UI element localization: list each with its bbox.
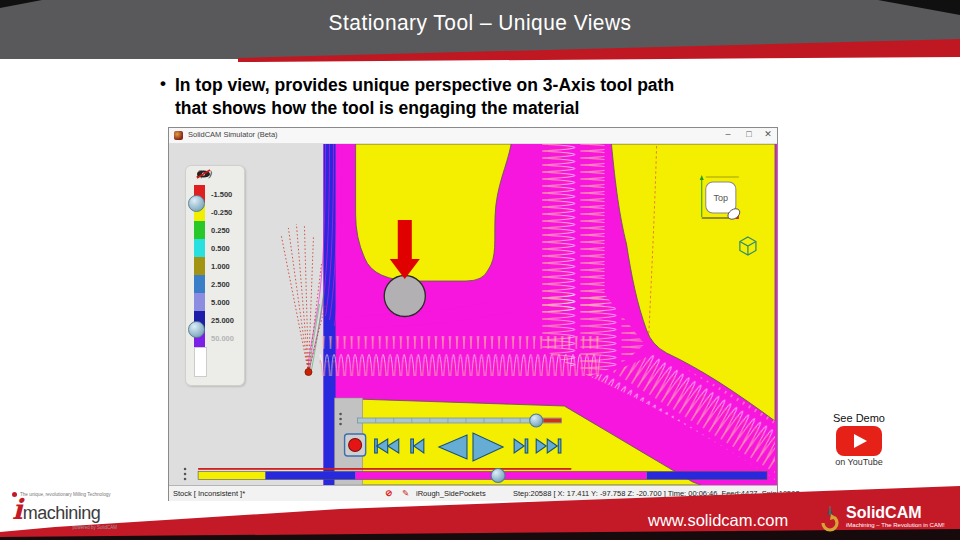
stock-status: Stock [ Inconsistent ]* bbox=[173, 489, 245, 498]
legend-swatch bbox=[194, 275, 205, 293]
imachining-i: i bbox=[12, 493, 23, 526]
deviation-legend-panel: f(x) -1.500 -0.250 0.250 0.500 1.000 2.5… bbox=[185, 165, 245, 386]
stock-island-top bbox=[356, 144, 512, 281]
record-icon bbox=[349, 439, 362, 452]
edit-pen-icon: ✎ bbox=[402, 488, 409, 498]
slide-title: Stationary Tool – Unique Views bbox=[24, 10, 936, 36]
play-icon bbox=[854, 434, 867, 448]
operation-name: iRough_SidePockets bbox=[416, 489, 486, 498]
minimize-button[interactable]: – bbox=[721, 129, 735, 139]
legend-value: 0.500 bbox=[211, 244, 230, 253]
legend-swatch-white bbox=[194, 347, 207, 377]
app-icon bbox=[174, 131, 183, 140]
youtube-demo-block: See Demo on YouTube bbox=[813, 412, 905, 467]
close-button[interactable]: ✕ bbox=[761, 129, 775, 139]
cutting-tool bbox=[384, 276, 425, 317]
drag-handle-dots-top[interactable] bbox=[339, 413, 342, 426]
on-youtube-label: on YouTube bbox=[813, 457, 905, 467]
drag-handle-dots-bottom[interactable] bbox=[184, 468, 187, 481]
legend-range-handle-lower[interactable] bbox=[188, 321, 205, 338]
legend-swatch bbox=[194, 293, 205, 311]
progress-thumb[interactable] bbox=[491, 469, 505, 483]
simulator-window: SolidCAM Simulator (Beta) – □ ✕ bbox=[168, 127, 778, 501]
solidcam-tagline: iMachining – The Revolution in CAM! bbox=[846, 522, 945, 528]
legend-range-handle-upper[interactable] bbox=[188, 195, 205, 212]
progress-marker-line bbox=[198, 468, 571, 470]
view-cube-label: Top bbox=[714, 193, 729, 203]
bullet-line-2: that shows how the tool is engaging the … bbox=[175, 97, 674, 120]
youtube-play-button[interactable] bbox=[836, 426, 882, 456]
simulation-viewport[interactable]: Top bbox=[169, 144, 777, 485]
maximize-button[interactable]: □ bbox=[742, 129, 756, 139]
speed-slider-thumb[interactable] bbox=[530, 414, 543, 427]
no-entry-icon: ⊘ bbox=[385, 488, 392, 498]
see-demo-label: See Demo bbox=[813, 412, 905, 424]
slide: Stationary Tool – Unique Views • In top … bbox=[0, 0, 960, 540]
imachining-rest: machining bbox=[23, 503, 101, 523]
solidcam-emblem-icon bbox=[818, 505, 842, 533]
legend-value: -0.250 bbox=[211, 208, 232, 217]
footer-url[interactable]: www.solidcam.com bbox=[648, 511, 788, 530]
legend-value: 1.000 bbox=[211, 262, 230, 271]
eye-off-icon[interactable] bbox=[196, 169, 211, 179]
bullet-marker: • bbox=[160, 74, 166, 120]
legend-value: 25.000 bbox=[211, 316, 234, 325]
operation-progress-bar[interactable] bbox=[198, 472, 767, 480]
bullet-block: • In top view, provides unique perspecti… bbox=[160, 74, 850, 120]
solidcam-brand: SolidCAM bbox=[846, 505, 945, 521]
toolpath-start-point bbox=[305, 369, 312, 376]
legend-value: -1.500 bbox=[211, 190, 232, 199]
legend-value: 5.000 bbox=[211, 298, 230, 307]
window-title: SolidCAM Simulator (Beta) bbox=[188, 130, 278, 139]
legend-swatch bbox=[194, 257, 205, 275]
bullet-line-1: In top view, provides unique perspective… bbox=[175, 74, 674, 97]
toolpath-vertical-band bbox=[542, 144, 604, 312]
legend-value: 2.500 bbox=[211, 280, 230, 289]
slider-remainder bbox=[543, 419, 561, 423]
legend-swatch bbox=[194, 239, 205, 257]
legend-value: 0.250 bbox=[211, 226, 230, 235]
window-titlebar[interactable]: SolidCAM Simulator (Beta) – □ ✕ bbox=[169, 128, 777, 144]
legend-swatch bbox=[194, 221, 205, 239]
legend-value: 50.000 bbox=[211, 334, 234, 343]
imachining-logo: The unique, revolutionary Milling Techno… bbox=[12, 492, 142, 530]
solidcam-logo: SolidCAM iMachining – The Revolution in … bbox=[818, 505, 945, 533]
